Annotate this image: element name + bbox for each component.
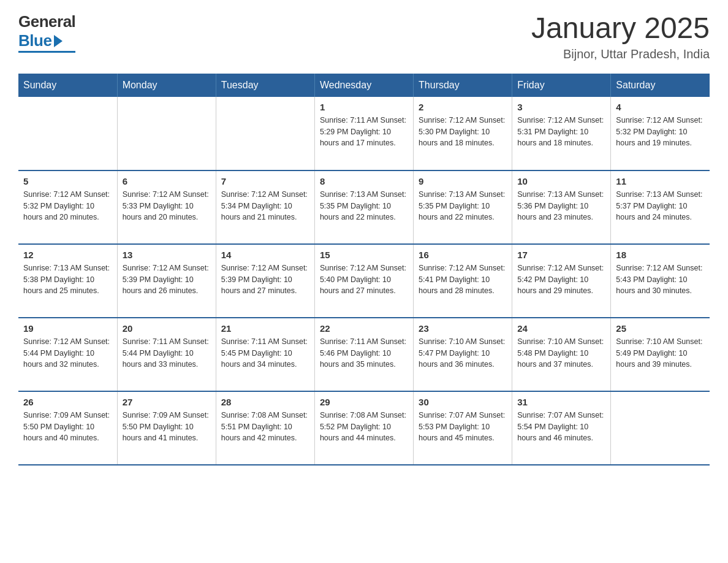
calendar-header-row: SundayMondayTuesdayWednesdayThursdayFrid… — [18, 74, 710, 97]
logo-arrow-icon — [54, 35, 63, 47]
calendar-cell: 14Sunrise: 7:12 AM Sunset: 5:39 PM Dayli… — [216, 244, 314, 318]
day-info: Sunrise: 7:07 AM Sunset: 5:53 PM Dayligh… — [419, 410, 507, 444]
day-number: 6 — [123, 176, 211, 186]
day-info: Sunrise: 7:12 AM Sunset: 5:32 PM Dayligh… — [616, 115, 705, 149]
day-number: 21 — [221, 323, 309, 334]
day-info: Sunrise: 7:11 AM Sunset: 5:46 PM Dayligh… — [320, 336, 408, 370]
day-info: Sunrise: 7:13 AM Sunset: 5:36 PM Dayligh… — [517, 189, 605, 223]
calendar-cell: 1Sunrise: 7:11 AM Sunset: 5:29 PM Daylig… — [314, 97, 413, 170]
calendar-cell: 26Sunrise: 7:09 AM Sunset: 5:50 PM Dayli… — [18, 391, 117, 465]
calendar-cell: 20Sunrise: 7:11 AM Sunset: 5:44 PM Dayli… — [117, 318, 216, 391]
calendar-cell: 25Sunrise: 7:10 AM Sunset: 5:49 PM Dayli… — [611, 318, 710, 391]
day-info: Sunrise: 7:10 AM Sunset: 5:48 PM Dayligh… — [517, 336, 605, 370]
day-info: Sunrise: 7:12 AM Sunset: 5:39 PM Dayligh… — [123, 262, 211, 297]
day-number: 27 — [123, 397, 211, 407]
calendar-cell: 13Sunrise: 7:12 AM Sunset: 5:39 PM Dayli… — [117, 244, 216, 318]
day-number: 14 — [221, 250, 309, 260]
day-info: Sunrise: 7:11 AM Sunset: 5:44 PM Dayligh… — [123, 336, 211, 370]
day-number: 1 — [320, 102, 408, 112]
day-number: 11 — [616, 176, 705, 186]
day-number: 19 — [23, 323, 112, 334]
calendar-cell: 11Sunrise: 7:13 AM Sunset: 5:37 PM Dayli… — [611, 170, 710, 244]
calendar-cell: 3Sunrise: 7:12 AM Sunset: 5:31 PM Daylig… — [512, 97, 611, 170]
day-number: 28 — [221, 397, 309, 407]
day-number: 10 — [517, 176, 605, 186]
calendar-cell: 18Sunrise: 7:12 AM Sunset: 5:43 PM Dayli… — [611, 244, 710, 318]
calendar-cell — [611, 391, 710, 465]
calendar-cell: 2Sunrise: 7:12 AM Sunset: 5:30 PM Daylig… — [414, 97, 512, 170]
calendar-week-1: 1Sunrise: 7:11 AM Sunset: 5:29 PM Daylig… — [18, 97, 710, 170]
day-info: Sunrise: 7:12 AM Sunset: 5:40 PM Dayligh… — [320, 262, 408, 297]
location-title: Bijnor, Uttar Pradesh, India — [531, 47, 710, 61]
day-info: Sunrise: 7:12 AM Sunset: 5:43 PM Dayligh… — [616, 262, 705, 297]
day-info: Sunrise: 7:10 AM Sunset: 5:49 PM Dayligh… — [616, 336, 705, 370]
calendar-cell: 12Sunrise: 7:13 AM Sunset: 5:38 PM Dayli… — [18, 244, 117, 318]
calendar-cell: 17Sunrise: 7:12 AM Sunset: 5:42 PM Dayli… — [512, 244, 611, 318]
calendar-cell: 15Sunrise: 7:12 AM Sunset: 5:40 PM Dayli… — [314, 244, 413, 318]
calendar-cell — [18, 97, 117, 170]
day-info: Sunrise: 7:13 AM Sunset: 5:35 PM Dayligh… — [419, 189, 507, 223]
logo-blue-text: Blue — [18, 31, 51, 50]
day-info: Sunrise: 7:08 AM Sunset: 5:52 PM Dayligh… — [320, 410, 408, 444]
day-number: 26 — [23, 397, 112, 407]
logo: General Blue — [18, 12, 75, 53]
day-info: Sunrise: 7:09 AM Sunset: 5:50 PM Dayligh… — [123, 410, 211, 444]
day-number: 17 — [517, 250, 605, 260]
day-info: Sunrise: 7:07 AM Sunset: 5:54 PM Dayligh… — [517, 410, 605, 444]
day-info: Sunrise: 7:12 AM Sunset: 5:33 PM Dayligh… — [123, 189, 211, 223]
header-sunday: Sunday — [18, 74, 117, 97]
calendar-cell: 27Sunrise: 7:09 AM Sunset: 5:50 PM Dayli… — [117, 391, 216, 465]
day-info: Sunrise: 7:12 AM Sunset: 5:39 PM Dayligh… — [221, 262, 309, 297]
day-number: 2 — [419, 102, 507, 112]
calendar-cell: 24Sunrise: 7:10 AM Sunset: 5:48 PM Dayli… — [512, 318, 611, 391]
day-number: 22 — [320, 323, 408, 334]
day-info: Sunrise: 7:10 AM Sunset: 5:47 PM Dayligh… — [419, 336, 507, 370]
calendar-week-4: 19Sunrise: 7:12 AM Sunset: 5:44 PM Dayli… — [18, 318, 710, 391]
day-number: 25 — [616, 323, 705, 334]
day-number: 24 — [517, 323, 605, 334]
calendar-cell: 5Sunrise: 7:12 AM Sunset: 5:32 PM Daylig… — [18, 170, 117, 244]
header-saturday: Saturday — [611, 74, 710, 97]
day-number: 23 — [419, 323, 507, 334]
day-number: 16 — [419, 250, 507, 260]
day-number: 7 — [221, 176, 309, 186]
calendar-week-3: 12Sunrise: 7:13 AM Sunset: 5:38 PM Dayli… — [18, 244, 710, 318]
calendar-cell: 10Sunrise: 7:13 AM Sunset: 5:36 PM Dayli… — [512, 170, 611, 244]
calendar-cell: 21Sunrise: 7:11 AM Sunset: 5:45 PM Dayli… — [216, 318, 314, 391]
day-number: 15 — [320, 250, 408, 260]
calendar-cell: 9Sunrise: 7:13 AM Sunset: 5:35 PM Daylig… — [414, 170, 512, 244]
calendar-cell: 29Sunrise: 7:08 AM Sunset: 5:52 PM Dayli… — [314, 391, 413, 465]
calendar-cell: 16Sunrise: 7:12 AM Sunset: 5:41 PM Dayli… — [414, 244, 512, 318]
day-info: Sunrise: 7:08 AM Sunset: 5:51 PM Dayligh… — [221, 410, 309, 444]
month-title: January 2025 — [531, 12, 710, 45]
day-number: 13 — [123, 250, 211, 260]
calendar-cell: 22Sunrise: 7:11 AM Sunset: 5:46 PM Dayli… — [314, 318, 413, 391]
day-number: 31 — [517, 397, 605, 407]
day-info: Sunrise: 7:12 AM Sunset: 5:44 PM Dayligh… — [23, 336, 112, 370]
calendar-cell: 28Sunrise: 7:08 AM Sunset: 5:51 PM Dayli… — [216, 391, 314, 465]
day-info: Sunrise: 7:13 AM Sunset: 5:37 PM Dayligh… — [616, 189, 705, 223]
header-tuesday: Tuesday — [216, 74, 314, 97]
day-number: 8 — [320, 176, 408, 186]
calendar-week-2: 5Sunrise: 7:12 AM Sunset: 5:32 PM Daylig… — [18, 170, 710, 244]
header-thursday: Thursday — [414, 74, 512, 97]
day-info: Sunrise: 7:12 AM Sunset: 5:30 PM Dayligh… — [419, 115, 507, 149]
calendar-cell: 30Sunrise: 7:07 AM Sunset: 5:53 PM Dayli… — [414, 391, 512, 465]
day-info: Sunrise: 7:09 AM Sunset: 5:50 PM Dayligh… — [23, 410, 112, 444]
calendar-table: SundayMondayTuesdayWednesdayThursdayFrid… — [18, 74, 710, 465]
day-number: 5 — [23, 176, 112, 186]
day-info: Sunrise: 7:12 AM Sunset: 5:32 PM Dayligh… — [23, 189, 112, 223]
day-number: 20 — [123, 323, 211, 334]
title-area: January 2025 Bijnor, Uttar Pradesh, Indi… — [531, 12, 710, 61]
day-info: Sunrise: 7:13 AM Sunset: 5:35 PM Dayligh… — [320, 189, 408, 223]
calendar-cell: 8Sunrise: 7:13 AM Sunset: 5:35 PM Daylig… — [314, 170, 413, 244]
day-number: 4 — [616, 102, 705, 112]
calendar-cell: 4Sunrise: 7:12 AM Sunset: 5:32 PM Daylig… — [611, 97, 710, 170]
day-info: Sunrise: 7:11 AM Sunset: 5:29 PM Dayligh… — [320, 115, 408, 149]
page-header: General Blue January 2025 Bijnor, Uttar … — [18, 12, 710, 61]
header-wednesday: Wednesday — [314, 74, 413, 97]
calendar-cell — [117, 97, 216, 170]
day-number: 29 — [320, 397, 408, 407]
day-number: 9 — [419, 176, 507, 186]
calendar-cell: 23Sunrise: 7:10 AM Sunset: 5:47 PM Dayli… — [414, 318, 512, 391]
